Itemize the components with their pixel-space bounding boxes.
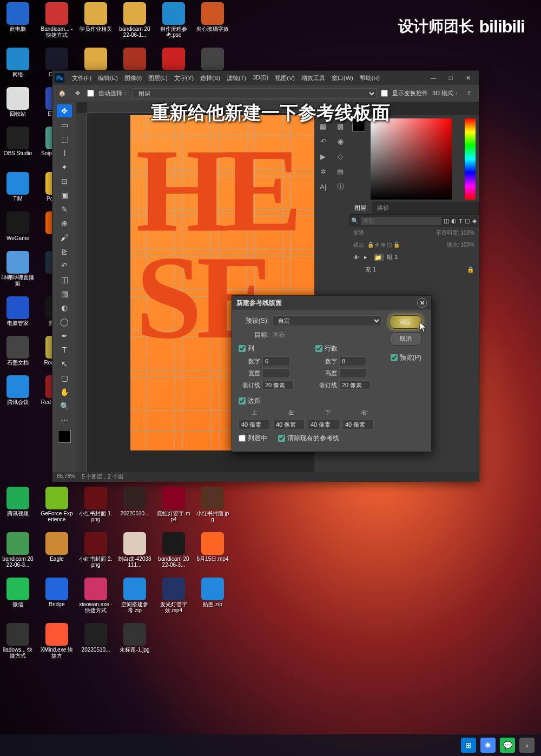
desktop-icon[interactable]: 电脑管家 bbox=[1, 296, 35, 326]
paths-icon[interactable]: ◇ bbox=[335, 151, 346, 162]
stamp-tool[interactable]: ⊵ bbox=[57, 245, 72, 258]
cancel-button[interactable]: 取消 bbox=[390, 332, 422, 346]
auto-select-checkbox[interactable] bbox=[87, 90, 94, 97]
maximize-button[interactable]: □ bbox=[442, 72, 459, 84]
layer-select[interactable]: 图层 bbox=[133, 88, 377, 99]
eyedropper-tool[interactable]: ✎ bbox=[57, 203, 72, 216]
frame-tool[interactable]: ▣ bbox=[57, 189, 72, 202]
shape-tool[interactable]: ▢ bbox=[57, 372, 72, 384]
hue-slider[interactable] bbox=[465, 118, 476, 200]
margin-left-input[interactable] bbox=[273, 420, 305, 429]
taskbar-wechat[interactable]: 💬 bbox=[500, 738, 515, 753]
desktop-icon[interactable]: 此电脑 bbox=[1, 2, 35, 38]
menu-item[interactable]: 编辑(E) bbox=[95, 74, 121, 82]
desktop-icon[interactable]: 刘白成-42038111... bbox=[118, 532, 151, 568]
desktop-icon[interactable]: 石墨文档 bbox=[1, 336, 35, 366]
desktop-icon[interactable]: 贴图.zip bbox=[196, 578, 229, 613]
desktop-icon[interactable]: 哔哩哔哩直播姬 bbox=[1, 251, 35, 287]
menu-item[interactable]: 增效工具 bbox=[298, 74, 328, 82]
close-button[interactable]: ✕ bbox=[459, 72, 477, 84]
zoom-level[interactable]: 85.78% bbox=[57, 473, 75, 481]
desktop-icon[interactable]: 创作流程参考.psd bbox=[157, 2, 190, 38]
menu-item[interactable]: 帮助(H) bbox=[357, 74, 383, 82]
filter-shape-icon[interactable]: ▢ bbox=[465, 217, 470, 224]
move-tool[interactable]: ✥ bbox=[57, 104, 72, 117]
menu-item[interactable]: 文件(F) bbox=[69, 74, 95, 82]
dialog-titlebar[interactable]: 新建参考线版面 ✕ bbox=[232, 296, 431, 310]
margins-checkbox[interactable] bbox=[239, 397, 246, 404]
desktop-icon[interactable]: bandicam 2022-06-3... bbox=[1, 532, 35, 568]
desktop-icon[interactable]: xiaowan.exe - 快捷方式 bbox=[79, 578, 113, 613]
blur-tool[interactable]: ◐ bbox=[57, 301, 72, 314]
desktop-icon[interactable]: 腾讯视频 bbox=[1, 487, 35, 522]
desktop-icon[interactable]: 空间搭建参考.zip bbox=[118, 578, 151, 613]
desktop-icon[interactable]: 6月15日.mp4 bbox=[196, 532, 229, 568]
lock-icon[interactable]: 🔒 bbox=[467, 266, 474, 273]
desktop-icon[interactable]: 微信 bbox=[1, 578, 35, 613]
heal-tool[interactable]: ⊕ bbox=[57, 217, 72, 230]
edit-toolbar[interactable]: ⋯ bbox=[57, 414, 72, 427]
brushes-icon[interactable]: ◉ bbox=[335, 136, 346, 147]
menu-item[interactable]: 文字(Y) bbox=[171, 74, 197, 82]
move-icon[interactable]: ✥ bbox=[72, 88, 83, 99]
minimize-button[interactable]: — bbox=[425, 72, 442, 84]
crop-tool[interactable]: ⊡ bbox=[57, 175, 72, 188]
history-icon[interactable]: ↶ bbox=[318, 136, 328, 147]
menu-item[interactable]: 3D(D) bbox=[249, 74, 272, 82]
paths-tab[interactable]: 路径 bbox=[372, 202, 394, 214]
foreground-color-icon[interactable] bbox=[58, 430, 71, 443]
brush-tool[interactable]: 🖌 bbox=[57, 231, 72, 244]
columns-count-input[interactable] bbox=[262, 356, 289, 366]
center-columns-checkbox[interactable] bbox=[239, 435, 246, 442]
channels-icon[interactable]: ▤ bbox=[335, 166, 346, 177]
zoom-tool[interactable]: 🔍 bbox=[57, 400, 72, 413]
color-gradient-picker[interactable] bbox=[371, 118, 452, 200]
layer-filter-input[interactable] bbox=[361, 217, 441, 225]
filter-type-icon[interactable]: T bbox=[459, 218, 463, 224]
desktop-icon[interactable]: 夹心玻璃字效 bbox=[196, 2, 229, 38]
menu-item[interactable]: 选择(S) bbox=[197, 74, 223, 82]
menu-item[interactable]: 滤镜(T) bbox=[223, 74, 249, 82]
desktop-icon[interactable]: 20220510... bbox=[118, 487, 151, 522]
desktop-icon[interactable]: 网络 bbox=[1, 48, 35, 77]
character-icon[interactable]: A| bbox=[318, 181, 328, 192]
desktop-icon[interactable]: Bandicam... - 快捷方式 bbox=[40, 2, 74, 38]
filter-smart-icon[interactable]: ◈ bbox=[472, 217, 477, 224]
wand-tool[interactable]: ✦ bbox=[57, 161, 72, 174]
taskbar-app-2[interactable]: ▫ bbox=[519, 738, 535, 753]
rows-height-input[interactable] bbox=[339, 368, 366, 378]
blend-mode[interactable]: 穿透 bbox=[353, 229, 364, 237]
desktop-icon[interactable]: TIM bbox=[1, 172, 35, 202]
desktop-icon[interactable]: iladows... 快捷方式 bbox=[1, 623, 35, 659]
desktop-icon[interactable]: 未标题-1.jpg bbox=[118, 623, 151, 659]
color-panel[interactable] bbox=[349, 115, 479, 202]
menu-item[interactable]: 视图(V) bbox=[272, 74, 298, 82]
desktop-icon[interactable]: bandicam 2022-06-3... bbox=[157, 532, 190, 568]
taskbar[interactable]: ⊞ ✱ 💬 ▫ bbox=[0, 734, 541, 756]
filter-adjust-icon[interactable]: ◐ bbox=[451, 217, 457, 224]
opacity-value[interactable]: 100% bbox=[460, 230, 474, 236]
desktop-icon[interactable]: Eagle bbox=[40, 532, 74, 568]
desktop-icon[interactable]: bandicam 2022-06-1... bbox=[118, 2, 151, 38]
ok-button[interactable]: 确定 bbox=[390, 315, 422, 329]
desktop-icon[interactable]: 霓虹灯管字.mp4 bbox=[157, 487, 190, 522]
actions-icon[interactable]: ▶ bbox=[318, 151, 328, 162]
filter-image-icon[interactable]: ◫ bbox=[444, 217, 449, 224]
show-transform-checkbox[interactable] bbox=[381, 90, 388, 97]
marquee-tool[interactable]: ⬚ bbox=[57, 132, 72, 145]
desktop-icon[interactable]: 小红书封面.jpg bbox=[196, 487, 229, 522]
properties-icon[interactable]: ✲ bbox=[318, 166, 328, 177]
clear-existing-checkbox[interactable] bbox=[278, 435, 285, 442]
eraser-tool[interactable]: ◫ bbox=[57, 273, 72, 286]
desktop-icon[interactable]: WeGame bbox=[1, 211, 35, 241]
gradient-tool[interactable]: ▦ bbox=[57, 287, 72, 300]
layer-group-row[interactable]: 👁 ▸ 📁 组 1 bbox=[349, 251, 479, 263]
dodge-tool[interactable]: ◯ bbox=[57, 315, 72, 328]
desktop-icon[interactable]: 小红书封面 2.png bbox=[79, 532, 113, 568]
rows-checkbox[interactable] bbox=[315, 345, 322, 352]
rows-count-input[interactable] bbox=[339, 356, 366, 366]
desktop-icon[interactable]: 20220510... bbox=[79, 623, 113, 659]
layers-tab[interactable]: 图层 bbox=[349, 202, 372, 214]
path-tool[interactable]: ↖ bbox=[57, 357, 72, 370]
desktop-icon[interactable]: 回收站 bbox=[1, 87, 35, 117]
